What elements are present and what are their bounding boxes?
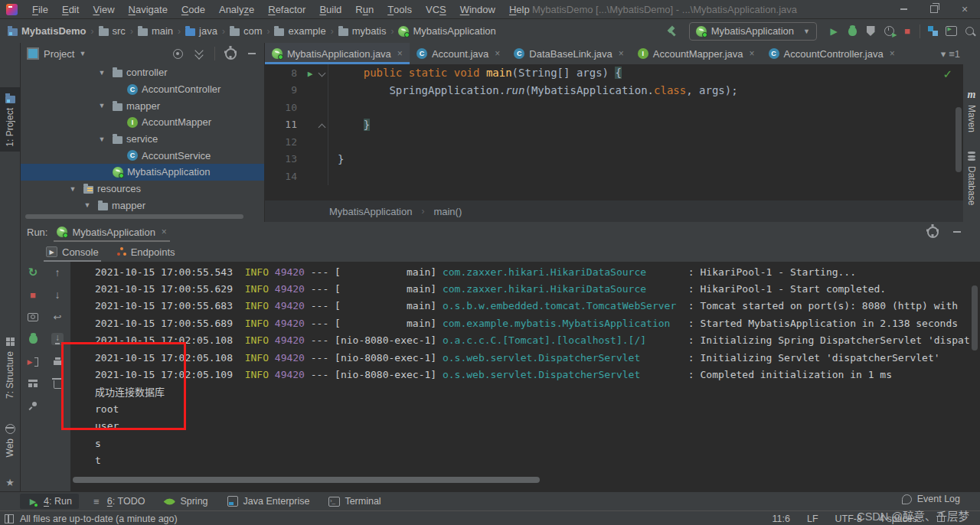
line-separator[interactable]: LF [807, 514, 818, 524]
stripe-button-database[interactable]: Database [963, 150, 980, 205]
soft-wrap-button[interactable]: ↩ [51, 311, 64, 323]
code-line-14[interactable]: 14 [265, 168, 963, 185]
tree-item-mapper[interactable]: ▼mapper [21, 197, 264, 214]
run-gutter-button[interactable]: ▶ [303, 67, 317, 79]
tree-item-accountcontroller[interactable]: CAccountController [21, 81, 264, 98]
build-button[interactable] [666, 25, 678, 38]
breadcrumb-item-src[interactable]: src [97, 25, 127, 37]
tree-item-accountmapper[interactable]: IAccountMapper [21, 114, 264, 131]
hide-run-panel-button[interactable] [951, 226, 963, 238]
run-session-tab[interactable]: MybatisApplication × [54, 222, 169, 242]
search-everywhere-button[interactable] [963, 25, 975, 38]
restore-button[interactable] [919, 0, 949, 18]
breadcrumb-item-mybatisdemo[interactable]: MybatisDemo [6, 25, 88, 37]
editor-tab-account.java[interactable]: CAccount.java× [410, 43, 507, 64]
menu-window[interactable]: Window [453, 0, 502, 18]
stripe-button-maven[interactable]: mMaven [963, 89, 980, 132]
tree-item-service[interactable]: ▼service [21, 131, 264, 148]
code-line-13[interactable]: 13} [265, 151, 963, 168]
editor-tab-accountmapper.java[interactable]: IAccountMapper.java× [631, 43, 762, 64]
hidden-tabs-chevron-icon[interactable]: ▾ [941, 48, 946, 60]
run-configuration-select[interactable]: MybatisApplication ▼ [689, 22, 817, 41]
expand-arrow-icon[interactable]: ▼ [66, 185, 80, 193]
project-settings-button[interactable] [224, 47, 237, 60]
menu-edit[interactable]: Edit [55, 0, 86, 18]
tree-item-resources[interactable]: ▼resources [21, 181, 264, 197]
code-editor[interactable]: 8▶ public static void main(String[] args… [265, 64, 963, 201]
breadcrumb-item-main[interactable]: main [136, 25, 175, 37]
tool-window-button[interactable] [945, 25, 957, 38]
hide-panel-button[interactable] [246, 47, 258, 60]
scroll-down-button[interactable]: ↓ [51, 289, 64, 301]
project-horizontal-scrollbar[interactable] [25, 214, 243, 219]
menu-code[interactable]: Code [175, 0, 212, 18]
breadcrumb-item-mybatis[interactable]: mybatis [337, 25, 388, 37]
expand-arrow-icon[interactable]: ▼ [95, 135, 109, 143]
stripe-button-1-project[interactable]: 1: Project [0, 87, 20, 152]
scroll-up-button[interactable]: ↑ [51, 266, 64, 279]
stripe-button-7-structure[interactable]: 7: Structure [0, 331, 20, 403]
close-icon[interactable]: × [162, 227, 167, 237]
chevron-down-icon[interactable]: ▼ [79, 50, 86, 57]
breadcrumb-item-example[interactable]: example [273, 25, 327, 37]
collapse-all-button[interactable] [193, 47, 205, 60]
code-line-10[interactable]: 10 [265, 99, 963, 116]
close-icon[interactable]: × [890, 48, 895, 59]
editor-tab-mybatisapplication.java[interactable]: MybatisApplication.java× [265, 43, 410, 64]
breadcrumb-class[interactable]: MybatisApplication [329, 206, 412, 217]
expand-arrow-icon[interactable]: ▼ [80, 201, 94, 209]
locate-file-button[interactable] [172, 47, 184, 60]
menu-help[interactable]: Help [502, 0, 537, 18]
profiler-button[interactable] [883, 25, 895, 38]
run-button[interactable]: ▶ [828, 25, 840, 38]
pin-tab-button[interactable] [27, 399, 39, 412]
breadcrumb-item-mybatisapplication[interactable]: MybatisApplication [397, 25, 497, 37]
thread-dump-button[interactable] [27, 311, 39, 323]
console-horizontal-scrollbar[interactable] [73, 477, 540, 483]
tab-console[interactable]: ▶ Console [44, 242, 101, 262]
menu-run[interactable]: Run [348, 0, 381, 18]
caret-position[interactable]: 11:6 [773, 514, 790, 524]
menu-tools[interactable]: Tools [381, 0, 419, 18]
code-line-8[interactable]: 8▶ public static void main(String[] args… [265, 64, 963, 82]
close-icon[interactable]: × [397, 48, 403, 59]
menu-navigate[interactable]: Navigate [122, 0, 175, 18]
breadcrumb-method[interactable]: main() [433, 206, 462, 217]
project-structure-button[interactable] [926, 25, 939, 38]
tool-window-button-java-enterprise[interactable]: Java Enterprise [220, 494, 317, 509]
code-line-9[interactable]: 9 SpringApplication.run(MybatisApplicati… [265, 82, 963, 99]
tree-item-controller[interactable]: ▼controller [21, 64, 264, 81]
menu-build[interactable]: Build [312, 0, 348, 18]
console-output[interactable]: 2021-10-15 17:00:55.543 INFO 49420 --- [… [70, 262, 980, 491]
editor-tab-accountcontroller.java[interactable]: CAccountController.java× [762, 43, 902, 64]
run-settings-button[interactable] [926, 226, 939, 238]
menu-file[interactable]: File [25, 0, 55, 18]
debug-button[interactable] [846, 25, 858, 38]
close-icon[interactable]: × [619, 48, 624, 59]
rerun-button[interactable]: ↻ [27, 266, 39, 279]
tool-window-button-spring[interactable]: Spring [156, 494, 214, 509]
code-line-12[interactable]: 12 [265, 133, 963, 151]
close-icon[interactable]: × [495, 48, 500, 59]
restore-layout-button[interactable] [27, 377, 39, 390]
menu-vcs[interactable]: VCS [419, 0, 453, 18]
tree-item-mapper[interactable]: ▼mapper [21, 97, 264, 114]
editor-scrollbar[interactable] [956, 107, 962, 172]
console-vertical-scrollbar[interactable] [972, 285, 978, 351]
close-icon[interactable]: × [750, 48, 755, 59]
editor-tab-databaselink.java[interactable]: CDataBaseLink.java× [507, 43, 630, 64]
expand-arrow-icon[interactable]: ▼ [95, 69, 109, 77]
close-button[interactable]: × [949, 0, 980, 18]
stripe-button-web[interactable]: Web [0, 418, 20, 461]
breadcrumb-item-com[interactable]: com [228, 25, 264, 37]
restart-debug-button[interactable] [27, 333, 39, 345]
tool-window-button-terminal[interactable]: ›_Terminal [321, 494, 387, 509]
tree-item-mybatisapplication[interactable]: MybatisApplication [21, 164, 264, 181]
tool-window-button-4-run[interactable]: ▶4: Run [20, 494, 79, 509]
tab-endpoints[interactable]: Endpoints [115, 242, 178, 262]
tree-item-accountservice[interactable]: CAccountService [21, 147, 264, 164]
stop-button[interactable]: ■ [27, 289, 39, 301]
breadcrumb-item-java[interactable]: java [184, 25, 219, 37]
expand-arrow-icon[interactable]: ▼ [95, 102, 109, 109]
menu-refactor[interactable]: Refactor [261, 0, 312, 18]
